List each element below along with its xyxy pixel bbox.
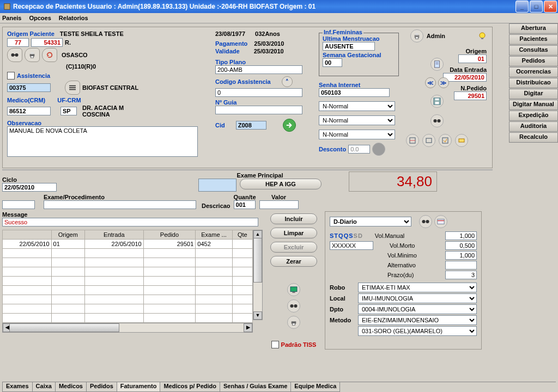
diario-select[interactable]: D-Diario [330, 217, 411, 226]
alternativo-field[interactable] [445, 261, 477, 270]
local-select[interactable]: IMU-IMUNOLOGIA [358, 293, 477, 303]
valor-field[interactable] [259, 200, 299, 209]
maximize-button[interactable]: □ [530, 1, 543, 13]
close-button[interactable]: ✕ [544, 1, 557, 13]
tab-pedidos[interactable]: Pedidos [86, 382, 117, 392]
tab-exames[interactable]: Exames [2, 382, 33, 392]
nav-pedidos[interactable]: Pedidos [509, 56, 558, 66]
grid-col-origem[interactable]: Origem [51, 230, 84, 240]
zerar-button[interactable]: Zerar [270, 256, 317, 267]
grid-col-entrada[interactable]: Entrada [84, 230, 143, 240]
grid-col-exame[interactable]: Exame ... [196, 230, 232, 240]
sel-normal-2[interactable]: N-Normal [319, 115, 395, 125]
tool-icon-1[interactable] [406, 134, 419, 147]
uf-crm-field[interactable] [60, 107, 77, 115]
tool-icon-2[interactable] [422, 134, 435, 147]
exame-principal-button[interactable]: HEP A IGG [240, 179, 322, 189]
vol-minimo-field[interactable] [445, 251, 477, 260]
scroll-thumb-v[interactable] [253, 238, 262, 283]
tab-faturamento[interactable]: Faturamento [117, 382, 161, 392]
assistencia-field[interactable] [7, 83, 51, 92]
incluir-button[interactable]: Incluir [270, 213, 317, 224]
grid-col-blank[interactable] [3, 230, 52, 240]
exame-code-field[interactable] [2, 200, 35, 209]
grid-hscroll[interactable]: ◀ ▶ [2, 323, 253, 333]
grid-vscroll[interactable]: ▲ ▼ [253, 230, 263, 320]
scroll-right-icon[interactable]: ▶ [244, 323, 252, 332]
card-icon[interactable] [434, 215, 447, 228]
scroll-thumb-h[interactable] [9, 323, 119, 332]
print-icon-3[interactable] [287, 316, 300, 329]
extra-select[interactable]: 031-SORO (GEL)(AMARELO) [358, 326, 477, 336]
menu-paneis[interactable]: Paneis [2, 15, 21, 21]
senha-field[interactable] [319, 88, 390, 97]
tab-medicos[interactable]: Medicos [55, 382, 87, 392]
binoculars-icon-2[interactable] [430, 114, 444, 127]
sel-normal-1[interactable]: N-Normal [319, 101, 395, 111]
screen-icon[interactable] [287, 283, 300, 296]
ciclo-field[interactable] [2, 183, 57, 192]
robo-select[interactable]: ETIMAX-ETI MAX [358, 283, 477, 292]
dpto-select[interactable]: 0004-IMUNOLOGIA [358, 304, 477, 314]
binoculars-icon-3[interactable] [287, 299, 300, 313]
sel-normal-3[interactable]: N-Normal [319, 130, 395, 139]
grid-row[interactable]: 22/05/2010 01 22/05/2010 29501 0452 [3, 240, 253, 249]
metodo-select[interactable]: EIE-ENZIMAIMUNOENSAIO [358, 315, 477, 325]
binoculars-icon-4[interactable] [419, 215, 432, 228]
print-icon-2[interactable] [25, 48, 40, 62]
nav-abertura[interactable]: Abertura [509, 23, 558, 34]
tiss-checkbox[interactable] [271, 341, 279, 348]
nav-auditoria[interactable]: Auditoria [509, 121, 558, 132]
chevron-up-icon[interactable]: ˄ [282, 76, 293, 87]
medico-crm-field[interactable] [7, 107, 51, 115]
nav-recalculo[interactable]: Recalculo [509, 132, 558, 143]
tipo-plano-field[interactable] [215, 65, 302, 74]
minimize-button[interactable]: _ [515, 1, 529, 13]
tool-icon-3[interactable] [439, 134, 452, 147]
cod-assist-field[interactable] [215, 88, 302, 97]
print-icon[interactable] [410, 29, 423, 42]
exames-grid[interactable]: Origem Entrada Pedido Exame ... Qte 22/0… [2, 230, 253, 323]
desconto-icon[interactable] [372, 143, 385, 156]
origem-code[interactable] [7, 38, 29, 47]
tab-medicos-pedido[interactable]: Medicos p/ Pedido [160, 382, 220, 392]
vol-manual-field[interactable] [445, 231, 477, 240]
nav-pacientes[interactable]: Pacientes [509, 34, 558, 45]
next-icon[interactable]: ≫ [438, 77, 449, 88]
nav-ocorrencias[interactable]: Ocorrencias [509, 67, 558, 77]
nav-expedicao[interactable]: Expedição [509, 111, 558, 121]
document-icon[interactable] [430, 58, 444, 71]
paciente-code[interactable] [31, 38, 63, 47]
list-icon[interactable] [65, 81, 80, 95]
tab-caixa[interactable]: Caixa [32, 382, 56, 392]
cid-field[interactable] [236, 121, 266, 130]
floppy-icon[interactable] [430, 95, 444, 108]
ult-menst-field[interactable] [323, 42, 375, 51]
sem-gest-field[interactable] [323, 58, 342, 67]
desconto-field[interactable] [348, 145, 370, 154]
scroll-down-icon[interactable]: ▼ [253, 311, 262, 320]
assistencia-checkbox[interactable] [7, 72, 15, 79]
prev-icon[interactable]: ≪ [425, 77, 436, 88]
scroll-up-icon[interactable]: ▲ [253, 230, 262, 238]
nav-digitar-manual[interactable]: Digitar Manual [509, 100, 558, 110]
message-field[interactable] [2, 218, 258, 226]
binoculars-icon[interactable] [7, 48, 22, 62]
nav-distribuicao[interactable]: Distribuicao [509, 78, 558, 88]
refresh-icon[interactable] [42, 48, 57, 62]
menu-opcoes[interactable]: Opcoes [29, 15, 51, 21]
exame-proc-field[interactable] [44, 200, 196, 209]
grid-col-qte[interactable]: Qte [232, 230, 252, 240]
tab-senhas[interactable]: Senhas / Guias Exame [220, 382, 291, 392]
limpar-button[interactable]: Limpar [270, 228, 317, 238]
bulb-icon[interactable] [478, 32, 487, 40]
observacao-field[interactable]: MANUAL DE NOVA COLETA [7, 126, 198, 157]
tool-icon-4[interactable] [455, 134, 468, 147]
xxxxx-field[interactable] [330, 241, 373, 250]
nav-consultas[interactable]: Consultas [509, 45, 558, 56]
nav-digitar[interactable]: Digitar [509, 89, 558, 99]
n-guia-field[interactable] [215, 106, 302, 114]
prazo-field[interactable] [445, 271, 477, 279]
go-icon[interactable] [283, 119, 296, 132]
grid-col-pedido[interactable]: Pedido [143, 230, 196, 240]
